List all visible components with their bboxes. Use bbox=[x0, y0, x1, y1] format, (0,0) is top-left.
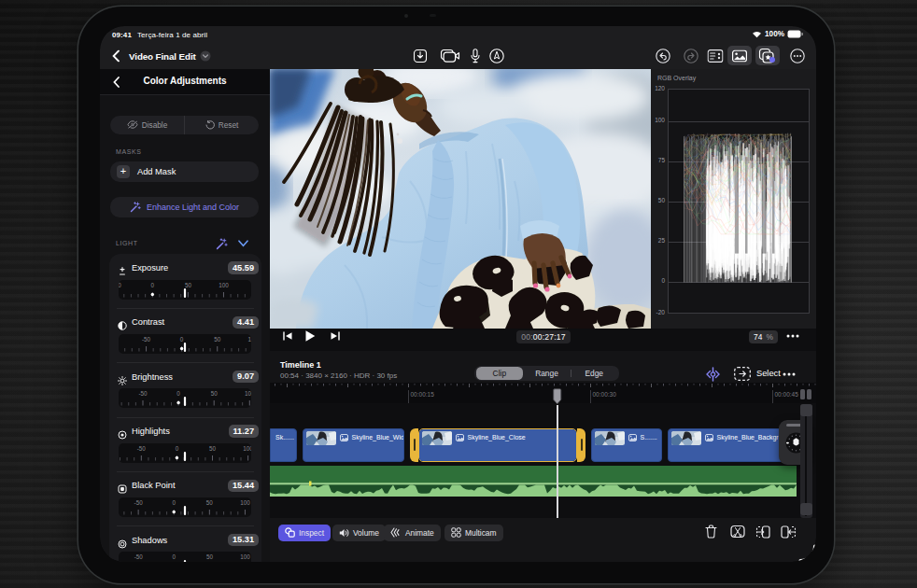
svg-text:-50: -50 bbox=[142, 335, 151, 342]
svg-text:0: 0 bbox=[151, 281, 155, 287]
svg-text:0: 0 bbox=[176, 390, 180, 397]
svg-text:50: 50 bbox=[206, 498, 214, 505]
svg-text:50: 50 bbox=[209, 444, 217, 451]
svg-text:0: 0 bbox=[172, 498, 176, 505]
svg-text:50: 50 bbox=[206, 553, 214, 560]
svg-text:0: 0 bbox=[180, 335, 184, 342]
svg-text:0: 0 bbox=[176, 444, 179, 451]
svg-text:100: 100 bbox=[248, 335, 251, 342]
svg-text:-50: -50 bbox=[119, 281, 121, 287]
svg-text:-50: -50 bbox=[138, 390, 148, 397]
svg-text:-50: -50 bbox=[134, 553, 144, 560]
svg-text:50: 50 bbox=[211, 390, 219, 397]
svg-text:100: 100 bbox=[240, 553, 250, 560]
svg-text:0: 0 bbox=[173, 553, 176, 560]
svg-text:100: 100 bbox=[240, 498, 250, 505]
svg-text:-50: -50 bbox=[137, 444, 147, 451]
svg-text:100: 100 bbox=[243, 444, 251, 451]
svg-text:50: 50 bbox=[214, 335, 221, 342]
svg-text:100: 100 bbox=[245, 390, 251, 397]
svg-text:100: 100 bbox=[219, 281, 229, 287]
svg-text:-50: -50 bbox=[134, 498, 144, 505]
svg-text:50: 50 bbox=[185, 281, 192, 287]
